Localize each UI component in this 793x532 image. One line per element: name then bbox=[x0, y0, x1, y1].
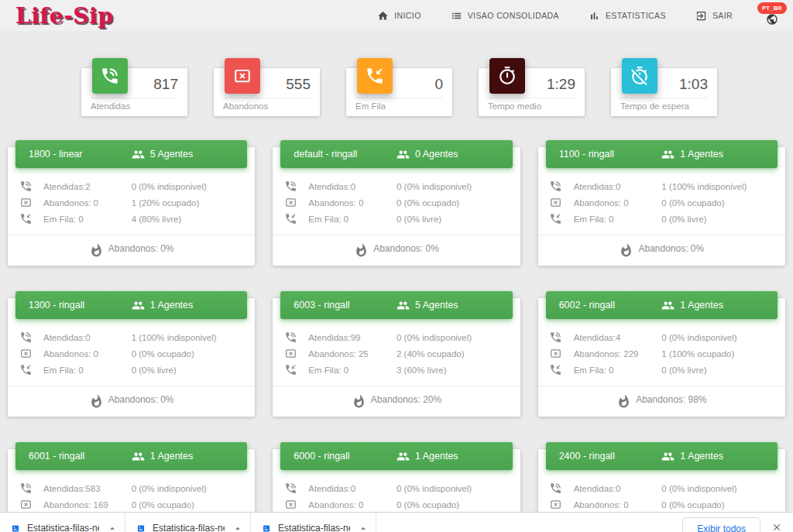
chevron-up-icon[interactable] bbox=[106, 522, 118, 532]
show-all-downloads-button[interactable]: Exibir todos bbox=[682, 517, 760, 532]
nav-item-inicio[interactable]: INICIO bbox=[377, 10, 421, 22]
nav-item-label: ESTATISTICAS bbox=[606, 11, 666, 20]
queue-row-em-fila: Em Fila: 0 0 (0% livre) bbox=[538, 211, 785, 227]
queue-row-em-fila: Em Fila: 0 0 (0% livre) bbox=[538, 362, 785, 378]
queue-agents-label: 1 Agentes bbox=[150, 451, 194, 462]
missed-call-icon bbox=[549, 347, 562, 360]
chevron-up-icon[interactable] bbox=[232, 522, 244, 532]
queue-name: 1300 - ringall bbox=[15, 300, 132, 311]
queue-livre: 3 (60% livre) bbox=[396, 366, 520, 375]
queue-atendidas: Atendidas:0 bbox=[43, 333, 132, 342]
queue-agents-label: 1 Agentes bbox=[150, 300, 194, 311]
downloads-bar: Estatistica-filas-ne....png Estatistica-… bbox=[0, 512, 793, 532]
flame-icon bbox=[354, 243, 369, 258]
queue-atendidas: Atendidas:4 bbox=[574, 333, 662, 342]
people-icon bbox=[396, 299, 410, 312]
queue-abandon-rate: Abandonos: 0% bbox=[373, 243, 439, 254]
queue-agents: 1 Agentes bbox=[396, 450, 513, 463]
flame-icon bbox=[352, 394, 366, 409]
queue-row-abandonos: Abandonos: 25 2 (40% ocupado) bbox=[273, 345, 520, 362]
stat-label: Tempo de espera bbox=[611, 98, 717, 111]
nav-item-sair[interactable]: SAIR bbox=[695, 10, 733, 22]
queue-agents: 0 Agentes bbox=[396, 148, 513, 161]
queue-indisponivel: 1 (100% indisponivel) bbox=[132, 333, 256, 342]
queue-abandonos: Abandonos: 229 bbox=[574, 349, 662, 359]
download-item[interactable]: Estatistica-filas-ne....png bbox=[0, 513, 125, 532]
people-icon bbox=[661, 450, 675, 463]
queue-name: 6000 - ringall bbox=[280, 451, 396, 462]
phone-ringing-icon bbox=[549, 482, 562, 495]
queue-card-footer: Abandonos: 20% bbox=[273, 386, 520, 417]
queue-row-abandonos: Abandonos: 0 0 (0% ocupado) bbox=[538, 194, 785, 211]
queue-row-atendidas: Atendidas:0 0 (0% indisponivel) bbox=[273, 178, 520, 194]
queue-indisponivel: 0 (0% indisponivel) bbox=[661, 484, 785, 493]
close-icon[interactable] bbox=[771, 522, 782, 532]
nav-item-estatisticas[interactable]: ESTATISTICAS bbox=[589, 10, 666, 22]
home-icon bbox=[377, 10, 389, 22]
queue-abandon-rate: Abandonos: 0% bbox=[638, 243, 704, 254]
queue-livre: 0 (0% livre) bbox=[661, 366, 785, 375]
stopwatch-icon bbox=[489, 58, 525, 94]
missed-call-icon bbox=[549, 498, 562, 511]
top-navbar: Life-Sip INICIO VISAO CONSOLIDADA ESTATI… bbox=[0, 0, 793, 31]
download-item[interactable]: Estatistica-filas-ne....png bbox=[251, 513, 376, 532]
incoming-call-icon bbox=[284, 212, 297, 225]
flame-icon bbox=[616, 394, 631, 409]
queue-atendidas: Atendidas:99 bbox=[308, 333, 396, 342]
queue-ocupado: 0 (0% ocupado) bbox=[132, 349, 256, 359]
queue-agents-label: 1 Agentes bbox=[680, 149, 723, 160]
incoming-call-icon bbox=[19, 363, 33, 376]
queue-row-abandonos: Abandonos: 229 1 (100% ocupado) bbox=[538, 345, 785, 362]
queue-card-footer: Abandonos: 0% bbox=[538, 235, 785, 266]
queue-card-footer: Abandonos: 0% bbox=[8, 386, 255, 417]
queue-abandonos: Abandonos: 0 bbox=[308, 500, 396, 510]
queue-ocupado: 0 (0% ocupado) bbox=[661, 500, 785, 510]
queue-row-atendidas: Atendidas:2 0 (0% indisponivel) bbox=[8, 178, 255, 194]
stopwatch-off-icon bbox=[622, 58, 657, 94]
queue-ocupado: 0 (0% ocupado) bbox=[132, 500, 256, 510]
download-item[interactable]: Estatistica-filas-ne....png bbox=[125, 513, 251, 532]
queue-atendidas: Atendidas:0 bbox=[574, 484, 662, 493]
missed-call-icon bbox=[284, 347, 297, 360]
queue-indisponivel: 0 (0% indisponivel) bbox=[132, 182, 256, 191]
queue-agents-label: 5 Agentes bbox=[150, 149, 194, 160]
queue-card-header: 6000 - ringall 1 Agentes bbox=[280, 442, 512, 470]
people-icon bbox=[132, 299, 145, 312]
queue-abandonos: Abandonos: 25 bbox=[308, 349, 396, 359]
queue-card-header: 1800 - linear 5 Agentes bbox=[15, 140, 247, 168]
queue-abandon-rate: Abandonos: 20% bbox=[371, 394, 441, 405]
queue-agents-label: 0 Agentes bbox=[415, 149, 458, 160]
stat-label: Abandonos bbox=[214, 98, 320, 111]
download-filename: Estatistica-filas-ne....png bbox=[278, 523, 350, 532]
queue-abandonos: Abandonos: 0 bbox=[308, 198, 396, 208]
queue-abandon-rate: Abandonos: 0% bbox=[108, 243, 174, 254]
stat-card-tempo-espera: 1:03 Tempo de espera bbox=[611, 68, 717, 116]
language-selector[interactable]: PT_BR bbox=[762, 5, 782, 26]
queue-agents-label: 1 Agentes bbox=[680, 300, 723, 311]
queue-em-fila: Em Fila: 0 bbox=[43, 366, 132, 375]
missed-call-icon bbox=[19, 196, 33, 209]
queue-em-fila: Em Fila: 0 bbox=[574, 215, 662, 224]
chevron-up-icon[interactable] bbox=[357, 522, 369, 532]
stat-label: Atendidas bbox=[81, 98, 187, 111]
download-filename: Estatistica-filas-ne....png bbox=[153, 523, 225, 532]
nav-item-label: VISAO CONSOLIDADA bbox=[468, 11, 559, 20]
queue-abandonos: Abandonos: 169 bbox=[43, 500, 132, 510]
queue-card-footer: Abandonos: 0% bbox=[8, 235, 255, 266]
stat-label: Tempo medio bbox=[479, 98, 585, 111]
nav-item-visao-consolidada[interactable]: VISAO CONSOLIDADA bbox=[451, 10, 559, 22]
nav-item-label: SAIR bbox=[712, 11, 733, 20]
phone-ringing-icon bbox=[19, 331, 33, 344]
queue-agents: 5 Agentes bbox=[396, 299, 513, 312]
queue-row-em-fila: Em Fila: 0 0 (0% livre) bbox=[273, 211, 520, 227]
phone-ringing-icon bbox=[19, 482, 33, 495]
summary-stats: 817 Atendidas 555 Abandonos 0 Em Fila 1:… bbox=[81, 68, 793, 116]
queue-abandon-rate: Abandonos: 98% bbox=[636, 394, 706, 405]
stat-card-tempo-medio: 1:29 Tempo medio bbox=[479, 68, 585, 116]
queue-row-atendidas: Atendidas:99 0 (0% indisponivel) bbox=[273, 329, 520, 345]
nav-menu: INICIO VISAO CONSOLIDADA ESTATISTICAS SA… bbox=[377, 5, 782, 26]
flame-icon bbox=[89, 243, 104, 258]
missed-call-icon bbox=[19, 347, 33, 360]
queue-indisponivel: 1 (100% indisponivel) bbox=[661, 182, 785, 191]
queue-row-atendidas: Atendidas:0 0 (0% indisponivel) bbox=[273, 480, 520, 496]
